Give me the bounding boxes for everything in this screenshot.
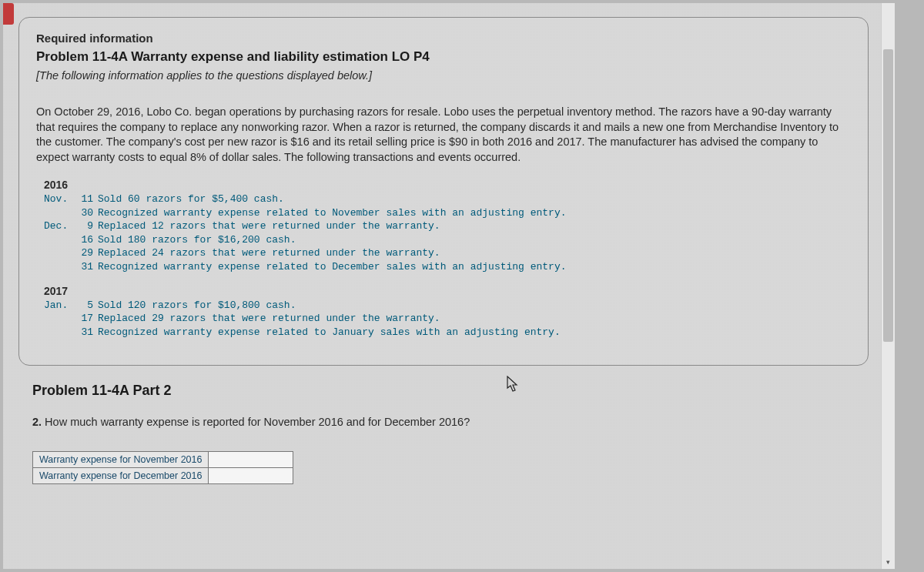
question-text: How much warranty expense is reported fo… bbox=[42, 416, 470, 428]
vertical-scrollbar[interactable]: ▾ bbox=[881, 3, 895, 569]
ribbon-badge-icon bbox=[3, 3, 14, 25]
problem-panel: Required information Problem 11-4A Warra… bbox=[18, 17, 869, 366]
answer-table: Warranty expense for November 2016 Warra… bbox=[32, 451, 293, 484]
input-dec-2016[interactable] bbox=[209, 468, 293, 484]
scroll-down-icon[interactable]: ▾ bbox=[882, 555, 895, 569]
table-row: Warranty expense for December 2016 bbox=[33, 468, 293, 484]
transactions-2016: Nov.11Sold 60 razors for $5,400 cash. 30… bbox=[44, 192, 851, 273]
question-2: 2. How much warranty expense is reported… bbox=[32, 416, 869, 428]
year-2017-heading: 2017 bbox=[44, 285, 851, 297]
scrollbar-thumb[interactable] bbox=[883, 49, 893, 342]
input-nov-2016[interactable] bbox=[209, 452, 293, 468]
required-info-heading: Required information bbox=[36, 32, 851, 45]
monitor-bezel: Required information Problem 11-4A Warra… bbox=[0, 0, 924, 572]
italic-note: [The following information applies to th… bbox=[36, 69, 851, 82]
problem-paragraph: On October 29, 2016, Lobo Co. began oper… bbox=[36, 105, 851, 165]
table-row: Warranty expense for November 2016 bbox=[33, 452, 293, 468]
problem-title: Problem 11-4A Warranty expense and liabi… bbox=[36, 49, 851, 65]
year-2016-heading: 2016 bbox=[44, 179, 851, 191]
page-content: Required information Problem 11-4A Warra… bbox=[9, 3, 878, 569]
screen-area: Required information Problem 11-4A Warra… bbox=[3, 3, 895, 569]
row-label-dec: Warranty expense for December 2016 bbox=[33, 468, 209, 484]
part2-title: Problem 11-4A Part 2 bbox=[32, 383, 869, 399]
row-label-nov: Warranty expense for November 2016 bbox=[33, 452, 209, 468]
question-number: 2. bbox=[32, 416, 42, 428]
transactions-2017: Jan.5Sold 120 razors for $10,800 cash. 1… bbox=[44, 299, 851, 340]
